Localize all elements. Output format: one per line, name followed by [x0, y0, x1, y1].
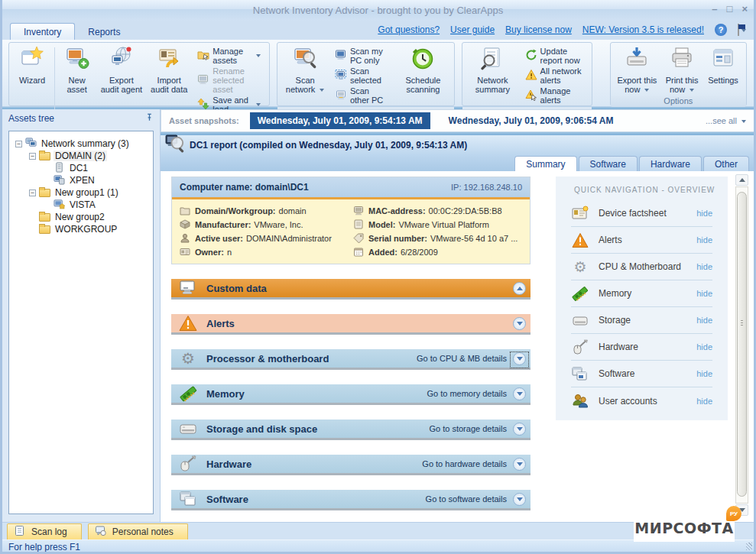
tree-expander-icon[interactable]: −: [29, 190, 36, 196]
tab-reports[interactable]: Reports: [75, 24, 133, 40]
language-selector[interactable]: [738, 24, 746, 35]
link-buy-license[interactable]: Buy license now: [505, 24, 572, 35]
section-alerts[interactable]: Alerts: [171, 314, 530, 335]
expand-down-button[interactable]: [513, 458, 526, 471]
network-icon: [25, 138, 37, 151]
monitor-gray-icon: [197, 73, 209, 87]
expand-down-button[interactable]: [513, 423, 526, 436]
minimize-button[interactable]: –: [712, 3, 717, 15]
hide-link[interactable]: hide: [696, 342, 712, 352]
hide-link[interactable]: hide: [696, 262, 712, 271]
section-storage[interactable]: Storage and disk space Go to storage det…: [171, 420, 530, 440]
expand-down-button[interactable]: [513, 493, 526, 506]
group-options: Export this now Print this now Settings …: [610, 42, 747, 106]
section-goto-link[interactable]: Go to software details: [426, 494, 507, 504]
id-card-icon: [180, 247, 190, 257]
warning-icon: [525, 69, 537, 83]
rename-asset-button[interactable]: Rename selected asset: [195, 66, 263, 95]
section-goto-link[interactable]: Go to storage details: [429, 424, 507, 433]
quick-nav-memory[interactable]: Memory hide: [571, 280, 712, 307]
snapshot-selected[interactable]: Wednesday, July 01, 2009, 9:54:13 AM: [250, 112, 430, 129]
assets-tree-panel: Assets tree − Network summary (3) − DOMA…: [2, 109, 161, 522]
manage-alerts-button[interactable]: Manage alerts: [523, 86, 586, 105]
hide-link[interactable]: hide: [696, 397, 712, 406]
network-summary-label: Network summary: [469, 76, 516, 94]
link-got-questions[interactable]: Got questions?: [378, 24, 440, 35]
export-this-now-button[interactable]: Export this now: [614, 44, 661, 96]
tree-item-dc1[interactable]: DC1: [11, 162, 151, 174]
mirsofta-watermark: МИРСОФТА РУ: [634, 514, 735, 542]
maximize-button[interactable]: □: [727, 3, 733, 15]
quick-nav-software[interactable]: Software hide: [571, 361, 712, 387]
section-software[interactable]: Software Go to software details: [171, 490, 530, 510]
hide-link[interactable]: hide: [696, 316, 712, 325]
hide-link[interactable]: hide: [696, 369, 712, 378]
scroll-up-button[interactable]: [735, 174, 748, 186]
tree-item-xpen[interactable]: XPEN: [11, 174, 151, 186]
tree-item-vista[interactable]: VISTA: [11, 199, 151, 211]
quick-nav-cpu[interactable]: ⚙ CPU & Motherboard hide: [571, 254, 712, 280]
tree-item-workgroup[interactable]: − WORKGROUP: [11, 223, 151, 235]
collapse-up-button[interactable]: [513, 282, 526, 295]
hide-link[interactable]: hide: [696, 209, 712, 218]
tab-summary[interactable]: Summary: [514, 156, 576, 171]
tree-item-new-group2[interactable]: − New group2: [11, 211, 151, 223]
hide-link[interactable]: hide: [696, 289, 712, 298]
scan-my-pc-button[interactable]: Scan my PC only: [333, 46, 392, 66]
pin-icon[interactable]: [145, 113, 154, 124]
quick-nav-user-accounts[interactable]: User accounts hide: [571, 387, 712, 414]
tab-scan-log[interactable]: Scan log: [7, 523, 82, 539]
all-alerts-button[interactable]: All network alerts: [523, 66, 586, 86]
link-new-version[interactable]: NEW: Version 3.5 is released!: [582, 24, 704, 35]
tab-other[interactable]: Other: [703, 156, 749, 171]
tree-expander-icon[interactable]: −: [29, 153, 36, 160]
manage-assets-button[interactable]: Manage assets: [195, 46, 263, 66]
resize-grip-icon[interactable]: [746, 543, 752, 550]
print-this-now-button[interactable]: Print this now: [660, 44, 703, 96]
section-goto-link[interactable]: Go to hardware details: [422, 459, 507, 468]
tree-item-new-group1[interactable]: − New group1 (1): [11, 186, 151, 199]
link-user-guide[interactable]: User guide: [450, 24, 495, 35]
export-audit-agent-button[interactable]: Export audit agent: [97, 44, 146, 116]
tab-hardware[interactable]: Hardware: [639, 156, 702, 171]
section-goto-link[interactable]: Go to memory details: [427, 389, 507, 398]
expand-down-button[interactable]: [513, 317, 526, 330]
update-report-button[interactable]: Update report now: [523, 46, 586, 66]
tree-expander-icon[interactable]: −: [15, 141, 22, 147]
section-goto-link[interactable]: Go to CPU & MB details: [417, 354, 507, 363]
network-summary-button[interactable]: Network summary: [466, 44, 519, 107]
see-all-link[interactable]: ...see all: [706, 116, 746, 125]
wizard-button[interactable]: Wizard: [12, 44, 52, 116]
tab-personal-notes[interactable]: Personal notes: [88, 523, 188, 539]
section-custom-data[interactable]: Custom data: [171, 279, 530, 300]
vertical-scrollbar[interactable]: [735, 174, 748, 516]
scan-network-button[interactable]: Scan network: [281, 44, 329, 107]
section-hardware[interactable]: Hardware Go to hardware details: [171, 455, 530, 475]
help-icon[interactable]: ?: [715, 24, 727, 36]
expand-down-button[interactable]: [513, 387, 526, 400]
scroll-track[interactable]: [735, 186, 748, 504]
schedule-scanning-button[interactable]: Schedule scanning: [395, 44, 452, 107]
scan-other-pc-button[interactable]: Scan other PC: [333, 86, 392, 105]
tree-item-domain[interactable]: − DOMAIN (2): [11, 150, 151, 162]
scan-selected-button[interactable]: Scan selected: [333, 66, 392, 86]
document-icon: [14, 525, 25, 539]
snapshot-item[interactable]: Wednesday, July 01, 2009, 9:06:54 AM: [441, 112, 621, 129]
scroll-thumb[interactable]: [737, 192, 747, 497]
quick-nav-hardware[interactable]: Hardware hide: [571, 334, 712, 361]
close-button[interactable]: ×: [741, 3, 748, 15]
section-processor[interactable]: ⚙ Processor & motherboard Go to CPU & MB…: [171, 349, 530, 370]
settings-button[interactable]: Settings: [703, 44, 743, 96]
chevron-down-icon: [256, 54, 261, 57]
quick-nav-storage[interactable]: Storage hide: [571, 307, 712, 334]
tab-software[interactable]: Software: [579, 156, 638, 171]
new-asset-button[interactable]: New asset: [57, 44, 97, 116]
quick-nav-alerts[interactable]: Alerts hide: [571, 227, 712, 254]
tree-item-network-summary[interactable]: − Network summary (3): [11, 138, 151, 150]
section-memory[interactable]: Memory Go to memory details: [171, 384, 530, 405]
tab-inventory[interactable]: Inventory: [10, 23, 75, 40]
hide-link[interactable]: hide: [696, 235, 712, 245]
quick-nav-device-factsheet[interactable]: Device factsheet hide: [571, 200, 712, 227]
import-audit-data-button[interactable]: Import audit data: [146, 44, 192, 116]
quick-nav-title: QUICK NAVIGATION - OVERVIEW: [574, 186, 728, 194]
